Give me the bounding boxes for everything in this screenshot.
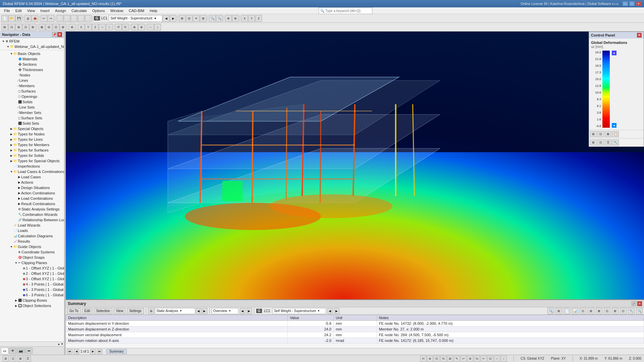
axis-z[interactable]: Z	[255, 15, 262, 22]
export-button[interactable]: 📤	[32, 15, 38, 22]
tree-item-object-snaps[interactable]: 🎯 Object Snaps	[0, 255, 64, 260]
tree-item-design-situations[interactable]: ▶ Design Situations	[0, 185, 64, 190]
axis-x[interactable]: X	[241, 15, 248, 22]
tb2-10[interactable]: ⊕	[69, 24, 75, 31]
tb2-2[interactable]: ⊡	[8, 24, 15, 31]
status-icon-8[interactable]: N	[440, 356, 446, 362]
tree-item-clip4[interactable]: ◼ 4 - 3 Points | 1 - Global X	[0, 282, 64, 287]
render-3[interactable]: ✕	[193, 15, 200, 22]
settings-button[interactable]: Settings	[127, 308, 144, 314]
lc-next[interactable]: ▶	[170, 15, 176, 22]
tb-bottom-3[interactable]: 📄	[564, 308, 570, 314]
tree-item-materials[interactable]: 🔷 Materials	[0, 56, 64, 62]
tree-item-static-analysis[interactable]: ⚙ Static Analysis Settings	[0, 206, 64, 212]
menu-help[interactable]: Help	[147, 8, 160, 13]
menu-calculate[interactable]: Calculate	[69, 8, 90, 13]
nav-tab-display[interactable]: 👁	[9, 348, 16, 354]
tree-item-guide-objects[interactable]: ▼ 📁 Guide Objects	[0, 244, 64, 249]
nav-tab-data[interactable]: 🗂	[1, 348, 8, 354]
open-button[interactable]: 📂	[8, 15, 15, 22]
tree-item-calc-diagrams[interactable]: 📊 Calculation Diagrams	[0, 233, 64, 239]
view-button[interactable]: View	[114, 308, 126, 314]
tree-item-types-surfaces[interactable]: ▶ 📁 Types for Surfaces	[0, 147, 64, 153]
status-icon-15[interactable]: ⊡	[487, 356, 493, 362]
tb-bottom-search[interactable]: 🔍	[636, 308, 643, 314]
status-icon-17[interactable]: ↕	[501, 356, 507, 362]
menu-view[interactable]: View	[24, 8, 38, 13]
status-icon-11[interactable]: ↩	[461, 356, 467, 362]
tree-item-load-cases-comb[interactable]: ▼ 📁 Load Cases & Combinations	[0, 169, 64, 174]
table-row[interactable]: Maximum displacement in Z-direction 24.0…	[66, 326, 644, 332]
tree-item-thicknesses[interactable]: ➕ Thicknesses	[0, 67, 64, 72]
tree-file[interactable]: ▼ 📁 Webinar_GA-1_all-updated_NO-resul	[6, 44, 63, 49]
tree-item-lines[interactable]: ⁄ Lines	[0, 78, 64, 83]
undo-button[interactable]: ↩	[41, 15, 47, 22]
analysis-prev[interactable]: ◀	[196, 308, 201, 314]
tb2-18[interactable]: ⊕	[131, 24, 138, 31]
view-5[interactable]: ⬜	[85, 15, 92, 22]
tb-bottom-2[interactable]: ⊞	[555, 308, 562, 314]
zoom-out[interactable]: 🔍	[216, 15, 223, 22]
close-button[interactable]: ✕	[636, 1, 641, 6]
analysis-dropdown[interactable]: Static Analysis ▼	[155, 308, 195, 314]
view-1[interactable]: ⬜	[57, 15, 63, 22]
status-icon-12[interactable]: ⊗	[467, 356, 473, 362]
status-icon-4[interactable]: ☰	[25, 356, 31, 362]
selection-button[interactable]: Selection	[94, 308, 112, 314]
tree-item-clip3[interactable]: ◼ 3 - Offset XYZ | 1 - Global X	[0, 276, 64, 282]
status-icon-9[interactable]: ⊞	[447, 356, 453, 362]
tb-bottom-8[interactable]: ⊡	[604, 308, 610, 314]
tree-item-types-members[interactable]: ▶ 📁 Types for Members	[0, 142, 64, 147]
tree-item-load-wizards[interactable]: 🪄 Load Wizards	[0, 223, 64, 228]
view-4[interactable]: ⬜	[78, 15, 85, 22]
overview-prev[interactable]: ◀	[240, 308, 245, 314]
tb-bottom-6[interactable]: ⊞	[588, 308, 594, 314]
tree-item-clipping-planes[interactable]: ▼ ✂ Clipping Planes	[0, 260, 64, 265]
render-4[interactable]: ⊞	[200, 15, 207, 22]
tree-item-result-combinations[interactable]: ▶ Result Combinations	[0, 201, 64, 206]
tb-bottom-1[interactable]: 🔍	[547, 308, 554, 314]
menu-insert[interactable]: Insert	[38, 8, 52, 13]
print-button[interactable]: 🖨	[24, 15, 31, 22]
tb2-7[interactable]: ⊟	[46, 24, 52, 31]
tree-item-actions[interactable]: ▶ Actions	[0, 180, 64, 185]
status-icon-14[interactable]: ✂	[481, 356, 487, 362]
tree-item-coordinate-systems[interactable]: ⊕ Coordinate Systems	[0, 249, 64, 255]
tb2-19[interactable]: ⊗	[138, 24, 145, 31]
control-panel-close[interactable]: ✕	[637, 33, 642, 38]
tb2-14[interactable]: ↔	[99, 24, 106, 31]
navigator-close[interactable]: ✕	[57, 32, 62, 37]
cp-btn-3[interactable]: ⊠	[605, 131, 611, 137]
status-icon-16[interactable]: ↔	[494, 356, 500, 362]
tree-item-action-combinations[interactable]: ▶ Action Combinations	[0, 190, 64, 196]
save-button[interactable]: 💾	[15, 15, 22, 22]
table-row[interactable]: Maximum vectorial displacement 24.2 mm F…	[66, 332, 644, 338]
cp-btn-5[interactable]: ⊞	[590, 139, 597, 145]
bp-close[interactable]: ✕	[637, 301, 642, 306]
cp-btn-1[interactable]: ⊞	[590, 131, 597, 137]
nav-first[interactable]: ⏮	[67, 349, 72, 354]
table-row[interactable]: Maximum displacement in Y-direction -5.8…	[66, 321, 644, 326]
tb-bottom-11[interactable]: 🔧	[628, 308, 635, 314]
view-3[interactable]: ⬜	[71, 15, 77, 22]
scroll-up[interactable]: ▲	[57, 343, 60, 346]
tb-bottom-10[interactable]: ⊡	[620, 308, 627, 314]
lc-next-bottom[interactable]: ▶	[334, 308, 339, 314]
tree-item-openings[interactable]: ⬡ Openings	[0, 94, 64, 99]
tb2-12[interactable]: Y	[85, 24, 92, 31]
menu-window[interactable]: Window	[108, 8, 126, 13]
overview-dropdown[interactable]: Overview ▼	[212, 308, 238, 314]
tb-bottom-7[interactable]: ⊠	[596, 308, 602, 314]
tb2-21[interactable]: ↕	[154, 24, 161, 31]
overview-next[interactable]: ▶	[247, 308, 252, 314]
tree-item-loads[interactable]: 📄 Loads	[0, 228, 64, 233]
tb-bottom-4[interactable]: 📊	[572, 308, 578, 314]
analysis-next[interactable]: ▶	[202, 308, 207, 314]
tb2-20[interactable]: ↔	[147, 24, 154, 31]
cp-btn-7[interactable]: ☰	[605, 139, 611, 145]
tb2-9[interactable]: ⊞	[60, 24, 66, 31]
tree-item-nodes[interactable]: · Nodes	[0, 72, 64, 78]
tb2-6[interactable]: ⊠	[39, 24, 45, 31]
lc-prev-bottom[interactable]: ◀	[327, 308, 333, 314]
tree-item-sections[interactable]: ➕ Sections	[0, 62, 64, 67]
